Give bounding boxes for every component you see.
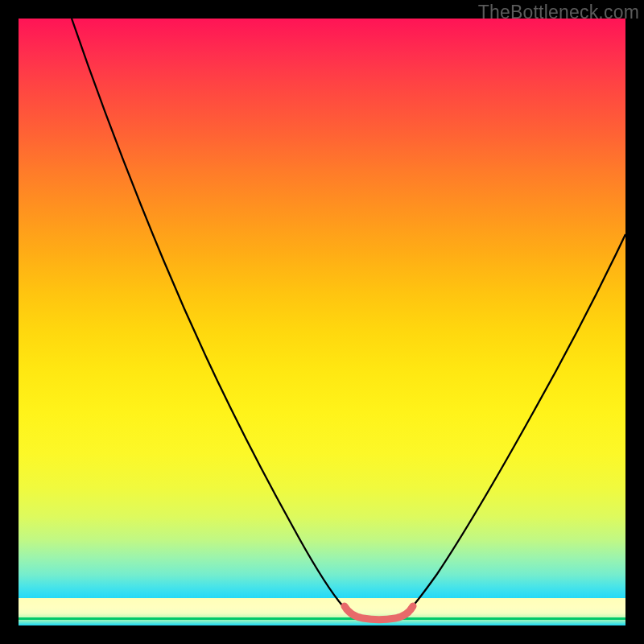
bottom-pink-segment bbox=[345, 606, 413, 620]
curve-right bbox=[410, 234, 625, 609]
chart-curves bbox=[19, 19, 625, 625]
curve-left bbox=[72, 19, 347, 609]
chart-frame bbox=[19, 19, 625, 625]
watermark-text: TheBottleneck.com bbox=[478, 2, 639, 23]
